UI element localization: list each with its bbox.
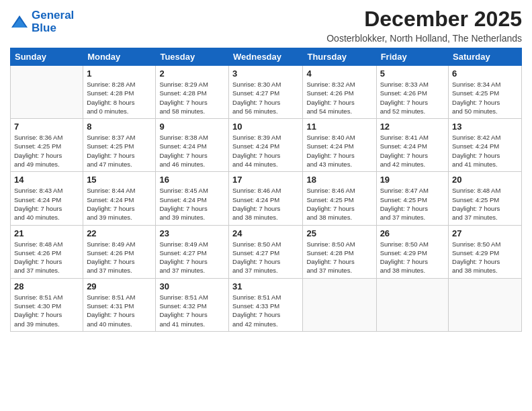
title-block: December 2025 Oosterblokker, North Holla…	[326, 7, 522, 44]
day-info: Sunrise: 8:51 AM Sunset: 4:31 PM Dayligh…	[87, 293, 152, 328]
day-number: 17	[232, 175, 299, 185]
day-number: 14	[14, 175, 79, 185]
day-number: 7	[14, 122, 79, 132]
calendar-day-cell	[376, 278, 448, 331]
day-number: 25	[306, 228, 372, 238]
day-number: 3	[232, 68, 299, 79]
calendar-day-cell: 13Sunrise: 8:42 AM Sunset: 4:24 PM Dayli…	[449, 119, 522, 172]
day-of-week-header: Monday	[83, 48, 156, 66]
day-number: 27	[452, 228, 518, 238]
day-info: Sunrise: 8:41 AM Sunset: 4:24 PM Dayligh…	[380, 133, 445, 169]
calendar-week-row: 1Sunrise: 8:28 AM Sunset: 4:28 PM Daylig…	[11, 66, 522, 119]
day-info: Sunrise: 8:28 AM Sunset: 4:28 PM Dayligh…	[87, 80, 152, 116]
location-title: Oosterblokker, North Holland, The Nether…	[326, 33, 522, 44]
day-number: 1	[87, 68, 152, 79]
day-number: 23	[159, 228, 225, 238]
page-header: General Blue December 2025 Oosterblokker…	[10, 7, 522, 44]
calendar-day-cell: 30Sunrise: 8:51 AM Sunset: 4:32 PM Dayli…	[156, 278, 229, 331]
day-number: 13	[452, 122, 518, 132]
calendar-day-cell: 18Sunrise: 8:46 AM Sunset: 4:25 PM Dayli…	[303, 172, 376, 225]
day-info: Sunrise: 8:36 AM Sunset: 4:25 PM Dayligh…	[14, 133, 79, 169]
day-number: 24	[232, 228, 299, 238]
day-info: Sunrise: 8:40 AM Sunset: 4:24 PM Dayligh…	[306, 133, 372, 169]
day-info: Sunrise: 8:46 AM Sunset: 4:24 PM Dayligh…	[232, 186, 299, 222]
day-number: 6	[452, 68, 518, 79]
calendar-day-cell: 10Sunrise: 8:39 AM Sunset: 4:24 PM Dayli…	[229, 119, 303, 172]
calendar-day-cell: 1Sunrise: 8:28 AM Sunset: 4:28 PM Daylig…	[83, 66, 156, 119]
calendar-day-cell: 9Sunrise: 8:38 AM Sunset: 4:24 PM Daylig…	[156, 119, 229, 172]
month-title: December 2025	[326, 7, 522, 32]
day-number: 10	[232, 122, 299, 132]
calendar-day-cell: 8Sunrise: 8:37 AM Sunset: 4:25 PM Daylig…	[83, 119, 156, 172]
day-number: 20	[452, 175, 518, 185]
calendar-day-cell: 25Sunrise: 8:50 AM Sunset: 4:28 PM Dayli…	[303, 225, 376, 278]
calendar-week-row: 21Sunrise: 8:48 AM Sunset: 4:26 PM Dayli…	[11, 225, 522, 278]
calendar-day-cell: 26Sunrise: 8:50 AM Sunset: 4:29 PM Dayli…	[376, 225, 448, 278]
day-of-week-header: Thursday	[303, 48, 376, 66]
day-number: 18	[306, 175, 372, 185]
day-info: Sunrise: 8:51 AM Sunset: 4:32 PM Dayligh…	[159, 293, 225, 328]
calendar-week-row: 28Sunrise: 8:51 AM Sunset: 4:30 PM Dayli…	[11, 278, 522, 331]
calendar-week-row: 7Sunrise: 8:36 AM Sunset: 4:25 PM Daylig…	[11, 119, 522, 172]
day-number: 2	[159, 68, 225, 79]
calendar-day-cell	[449, 278, 522, 331]
calendar-day-cell: 17Sunrise: 8:46 AM Sunset: 4:24 PM Dayli…	[229, 172, 303, 225]
calendar-day-cell	[303, 278, 376, 331]
logo: General Blue	[10, 9, 74, 34]
calendar-day-cell: 20Sunrise: 8:48 AM Sunset: 4:25 PM Dayli…	[449, 172, 522, 225]
calendar-day-cell: 27Sunrise: 8:50 AM Sunset: 4:29 PM Dayli…	[449, 225, 522, 278]
logo-text-blue: Blue	[32, 22, 74, 35]
day-of-week-header: Wednesday	[229, 48, 303, 66]
day-info: Sunrise: 8:42 AM Sunset: 4:24 PM Dayligh…	[452, 133, 518, 169]
day-info: Sunrise: 8:49 AM Sunset: 4:27 PM Dayligh…	[159, 240, 225, 275]
calendar-day-cell: 12Sunrise: 8:41 AM Sunset: 4:24 PM Dayli…	[376, 119, 448, 172]
day-number: 9	[159, 122, 225, 132]
calendar-day-cell: 19Sunrise: 8:47 AM Sunset: 4:25 PM Dayli…	[376, 172, 448, 225]
day-number: 22	[87, 228, 152, 238]
calendar-day-cell: 16Sunrise: 8:45 AM Sunset: 4:24 PM Dayli…	[156, 172, 229, 225]
day-of-week-header: Friday	[376, 48, 448, 66]
calendar-table: SundayMondayTuesdayWednesdayThursdayFrid…	[10, 48, 522, 332]
calendar-header-row: SundayMondayTuesdayWednesdayThursdayFrid…	[11, 48, 522, 66]
day-info: Sunrise: 8:50 AM Sunset: 4:29 PM Dayligh…	[452, 240, 518, 275]
day-number: 21	[14, 228, 79, 238]
day-of-week-header: Sunday	[11, 48, 83, 66]
day-info: Sunrise: 8:30 AM Sunset: 4:27 PM Dayligh…	[232, 80, 299, 116]
day-number: 28	[14, 281, 79, 291]
day-info: Sunrise: 8:49 AM Sunset: 4:26 PM Dayligh…	[87, 240, 152, 275]
day-info: Sunrise: 8:48 AM Sunset: 4:25 PM Dayligh…	[452, 186, 518, 222]
calendar-day-cell: 7Sunrise: 8:36 AM Sunset: 4:25 PM Daylig…	[11, 119, 83, 172]
day-number: 31	[232, 281, 299, 291]
day-info: Sunrise: 8:45 AM Sunset: 4:24 PM Dayligh…	[159, 186, 225, 222]
calendar-day-cell: 15Sunrise: 8:44 AM Sunset: 4:24 PM Dayli…	[83, 172, 156, 225]
calendar-day-cell: 14Sunrise: 8:43 AM Sunset: 4:24 PM Dayli…	[11, 172, 83, 225]
calendar-day-cell: 5Sunrise: 8:33 AM Sunset: 4:26 PM Daylig…	[376, 66, 448, 119]
day-number: 16	[159, 175, 225, 185]
calendar-week-row: 14Sunrise: 8:43 AM Sunset: 4:24 PM Dayli…	[11, 172, 522, 225]
day-info: Sunrise: 8:46 AM Sunset: 4:25 PM Dayligh…	[306, 186, 372, 222]
day-info: Sunrise: 8:43 AM Sunset: 4:24 PM Dayligh…	[14, 186, 79, 222]
calendar-day-cell: 21Sunrise: 8:48 AM Sunset: 4:26 PM Dayli…	[11, 225, 83, 278]
calendar-day-cell: 3Sunrise: 8:30 AM Sunset: 4:27 PM Daylig…	[229, 66, 303, 119]
calendar-day-cell: 29Sunrise: 8:51 AM Sunset: 4:31 PM Dayli…	[83, 278, 156, 331]
day-info: Sunrise: 8:39 AM Sunset: 4:24 PM Dayligh…	[232, 133, 299, 169]
day-info: Sunrise: 8:44 AM Sunset: 4:24 PM Dayligh…	[87, 186, 152, 222]
day-info: Sunrise: 8:51 AM Sunset: 4:30 PM Dayligh…	[14, 293, 79, 328]
day-number: 12	[380, 122, 445, 132]
calendar-day-cell: 28Sunrise: 8:51 AM Sunset: 4:30 PM Dayli…	[11, 278, 83, 331]
logo-icon	[10, 14, 29, 30]
day-info: Sunrise: 8:37 AM Sunset: 4:25 PM Dayligh…	[87, 133, 152, 169]
day-number: 5	[380, 68, 445, 79]
day-number: 26	[380, 228, 445, 238]
calendar-day-cell: 6Sunrise: 8:34 AM Sunset: 4:25 PM Daylig…	[449, 66, 522, 119]
calendar-day-cell: 23Sunrise: 8:49 AM Sunset: 4:27 PM Dayli…	[156, 225, 229, 278]
calendar-day-cell: 24Sunrise: 8:50 AM Sunset: 4:27 PM Dayli…	[229, 225, 303, 278]
logo-text-general: General	[32, 9, 74, 21]
calendar-day-cell: 4Sunrise: 8:32 AM Sunset: 4:26 PM Daylig…	[303, 66, 376, 119]
day-info: Sunrise: 8:38 AM Sunset: 4:24 PM Dayligh…	[159, 133, 225, 169]
day-info: Sunrise: 8:48 AM Sunset: 4:26 PM Dayligh…	[14, 240, 79, 275]
calendar-day-cell: 31Sunrise: 8:51 AM Sunset: 4:33 PM Dayli…	[229, 278, 303, 331]
day-number: 11	[306, 122, 372, 132]
day-of-week-header: Tuesday	[156, 48, 229, 66]
day-info: Sunrise: 8:50 AM Sunset: 4:27 PM Dayligh…	[232, 240, 299, 275]
